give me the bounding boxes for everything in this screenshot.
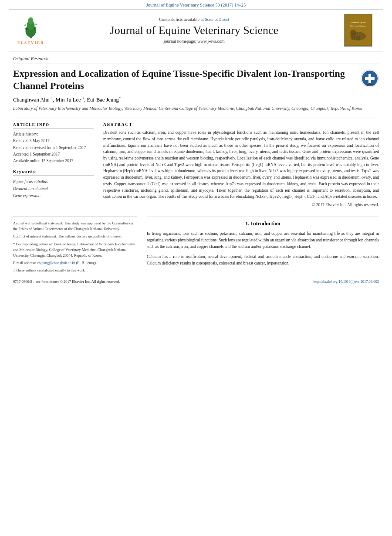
keywords-label: Keywords: xyxy=(13,170,94,176)
footer-bottom: 0737-0806/$ – see front matter © 2017 El… xyxy=(0,277,392,286)
footer-issn: 0737-0806/$ – see front matter © 2017 El… xyxy=(13,279,120,284)
svg-point-3 xyxy=(28,17,34,24)
keyword3: Gene expression xyxy=(13,192,94,199)
elsevier-logo: ELSEVIER xyxy=(17,16,44,45)
abstract-text: Divalent ions such as calcium, iron, and… xyxy=(103,129,379,200)
article-body: Original Research Expression and Localiz… xyxy=(0,51,392,211)
copyright-line: © 2017 Elsevier Inc. All rights reserved… xyxy=(103,203,379,207)
introduction-section: Animal welfare/ethical statement: This s… xyxy=(0,211,392,277)
crossmark-icon[interactable]: CrossMark xyxy=(361,69,379,88)
revised-date: Received in revised form 1 September 201… xyxy=(13,145,94,151)
affiliation-line: Laboratory of Veterinary Biochemistry an… xyxy=(13,105,379,112)
article-history-label: Article history: xyxy=(13,131,94,138)
keywords-section: Keywords: Equus ferus caballus Divalent … xyxy=(13,170,94,199)
elsevier-tree-icon xyxy=(19,16,43,40)
article-type-divider xyxy=(13,64,379,64)
svg-text:Veterinary Science: Veterinary Science xyxy=(350,25,366,27)
svg-rect-17 xyxy=(358,36,360,40)
available-date: Available online 15 September 2017 xyxy=(13,158,94,164)
author2-name: Min-Ju Lee xyxy=(56,97,82,103)
intro-right-col: 1. Introduction In living organisms, ion… xyxy=(147,217,379,275)
corresponding-text: * Corresponding author at: Eui-Bae Jeung… xyxy=(13,242,135,258)
svg-rect-9 xyxy=(345,15,371,45)
received-date: Received 3 May 2017 xyxy=(13,138,94,144)
header-right: Journal of Equine Veterinary Science xyxy=(344,14,375,47)
conflict-note: Conflict of interest statement: The auth… xyxy=(13,234,137,239)
corresponding-note: * Corresponding author at: Eui-Bae Jeung… xyxy=(13,241,137,259)
intro-para2: Calcium has a role in ossification, neur… xyxy=(147,254,379,267)
journal-cover-image: Journal of Equine Veterinary Science xyxy=(344,14,372,47)
animal-welfare-note: Animal welfare/ethical statement: This s… xyxy=(13,221,137,232)
email-label: E-mail address: xyxy=(13,261,36,265)
author1-sup: 1 xyxy=(51,96,53,100)
article-type-label: Original Research xyxy=(13,56,379,61)
author2-sup: 1 xyxy=(82,96,84,100)
contents-line: Contents lists available at ScienceDirec… xyxy=(44,17,344,22)
author1-name: Changhwan Ahn xyxy=(13,97,51,103)
left-column: ARTICLE INFO Article history: Received 3… xyxy=(13,122,94,207)
footer-doi[interactable]: http://dx.doi.org/10.1016/j.jevs.2017.09… xyxy=(314,279,379,284)
article-history-group: ARTICLE INFO Article history: Received 3… xyxy=(13,122,94,164)
article-title: Expression and Localization of Equine Ti… xyxy=(13,68,353,92)
journal-header: ELSEVIER Contents lists available at Sci… xyxy=(9,9,383,51)
page: Journal of Equine Veterinary Science 59 … xyxy=(0,0,392,536)
svg-rect-16 xyxy=(356,36,358,40)
header-left: ELSEVIER xyxy=(17,16,44,45)
svg-point-6 xyxy=(24,24,26,26)
svg-rect-14 xyxy=(351,36,353,40)
footer-notes-col: Animal welfare/ethical statement: This s… xyxy=(13,217,137,275)
svg-text:Journal of Equine: Journal of Equine xyxy=(350,21,366,24)
keyword1: Equus ferus caballus xyxy=(13,178,94,185)
svg-point-4 xyxy=(25,27,28,30)
author3-name: Eui-Bae Jeung xyxy=(87,97,118,103)
section1-heading: 1. Introduction xyxy=(147,221,379,227)
svg-rect-15 xyxy=(354,36,355,40)
sciencedirect-link[interactable]: ScienceDirect xyxy=(205,17,229,22)
svg-rect-21 xyxy=(365,77,375,80)
two-column-section: ARTICLE INFO Article history: Received 3… xyxy=(13,118,379,207)
intro-para1: In living organisms, ions such as sodium… xyxy=(147,231,379,250)
accepted-date: Accepted 1 September 2017 xyxy=(13,151,94,158)
keyword2: Divalent ion channel xyxy=(13,185,94,192)
journal-homepage: journal homepage: www.j-evs.com xyxy=(44,39,344,44)
email-suffix: (E.-B. Jeung). xyxy=(76,261,97,265)
right-column: ABSTRACT Divalent ions such as calcium, … xyxy=(103,122,379,207)
svg-point-13 xyxy=(350,30,356,36)
email-link[interactable]: ebjeung@chungbuk.ac.kr xyxy=(37,261,75,265)
animal-welfare-text: Animal welfare/ethical statement: This s… xyxy=(13,221,133,231)
footer-doi-text: http://dx.doi.org/10.1016/j.jevs.2017.09… xyxy=(314,279,379,284)
footnote1: 1 These authors contributed equally to t… xyxy=(13,268,137,273)
article-title-section: Expression and Localization of Equine Ti… xyxy=(13,68,379,92)
article-info-label: ARTICLE INFO xyxy=(13,122,94,129)
contents-label: Contents lists available at xyxy=(159,17,203,22)
cover-thumbnail-icon: Journal of Equine Veterinary Science xyxy=(345,14,372,46)
abstract-label: ABSTRACT xyxy=(103,122,379,127)
journal-citation-bar: Journal of Equine Veterinary Science 59 … xyxy=(0,0,392,9)
elsevier-brand-text: ELSEVIER xyxy=(17,41,44,45)
journal-citation: Journal of Equine Veterinary Science 59 … xyxy=(146,3,246,7)
author3-sup: * xyxy=(119,96,121,100)
svg-point-5 xyxy=(34,27,36,29)
journal-title: Journal of Equine Veterinary Science xyxy=(44,24,344,37)
authors-line: Changhwan Ahn 1, Min-Ju Lee 1, Eui-Bae J… xyxy=(13,96,379,103)
header-center: Contents lists available at ScienceDirec… xyxy=(44,17,344,44)
svg-text:CrossMark: CrossMark xyxy=(365,83,375,86)
conflict-text: Conflict of interest statement: The auth… xyxy=(13,234,122,238)
email-note: E-mail address: ebjeung@chungbuk.ac.kr (… xyxy=(13,260,137,266)
svg-point-7 xyxy=(35,24,37,25)
